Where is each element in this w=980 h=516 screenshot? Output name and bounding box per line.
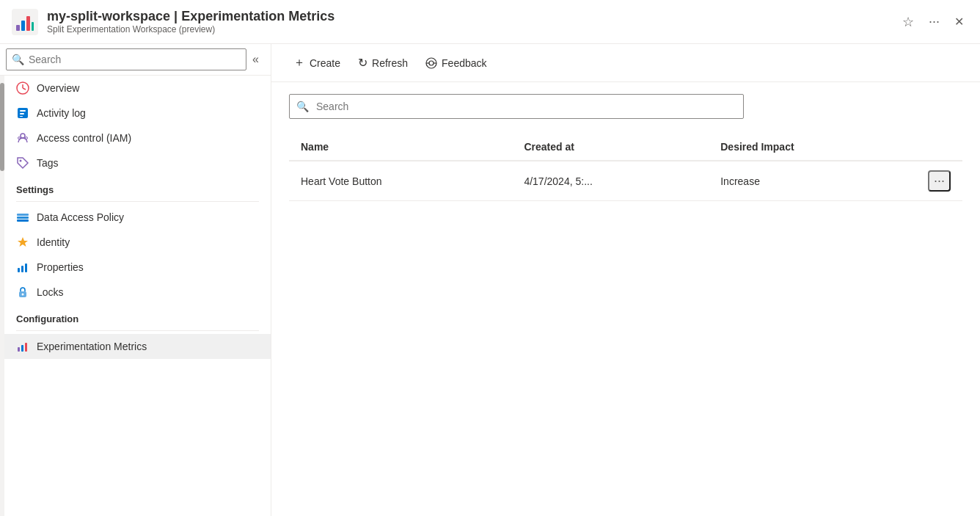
settings-divider	[16, 201, 259, 202]
close-button[interactable]: ✕	[950, 12, 968, 32]
cell-desired-impact: Increase	[709, 161, 916, 201]
sidebar: 🔍 « Ove	[0, 44, 271, 516]
feedback-button[interactable]: Feedback	[418, 52, 494, 74]
refresh-button[interactable]: ↻ Refresh	[351, 51, 415, 74]
title-separator: |	[174, 9, 181, 23]
dap-label: Data Access Policy	[37, 211, 124, 223]
sidebar-nav: Overview Activity log	[4, 76, 271, 516]
refresh-label: Refresh	[372, 57, 408, 69]
sidebar-item-iam[interactable]: Access control (IAM)	[4, 126, 271, 150]
svg-rect-10	[20, 113, 24, 115]
config-divider	[16, 330, 259, 331]
row-more-button[interactable]: ···	[928, 170, 951, 192]
content-area: ＋ Create ↻ Refresh Feedback	[271, 44, 980, 516]
main-layout: 🔍 « Ove	[0, 44, 980, 516]
table-row: Heart Vote Button 4/17/2024, 5:... Incre…	[289, 161, 962, 201]
svg-rect-24	[18, 347, 20, 352]
svg-rect-11	[20, 116, 23, 117]
sidebar-header: 🔍 «	[0, 44, 271, 76]
properties-icon	[16, 261, 29, 274]
col-header-desired-impact: Desired Impact	[709, 134, 916, 161]
svg-rect-20	[21, 266, 23, 272]
workspace-name: my-split-workspace	[47, 9, 170, 23]
feedback-icon	[425, 57, 437, 70]
dap-icon	[16, 211, 29, 224]
col-header-actions	[916, 134, 962, 161]
col-header-name: Name	[289, 134, 512, 161]
svg-rect-26	[25, 343, 27, 352]
col-header-created-at: Created at	[512, 134, 709, 161]
title-bar-main: my-split-workspace | Experimentation Met…	[47, 9, 889, 24]
page-name: Experimentation Metrics	[181, 9, 334, 23]
sidebar-item-activity-log[interactable]: Activity log	[4, 101, 271, 126]
svg-point-14	[18, 137, 21, 139]
sidebar-item-overview[interactable]: Overview	[4, 76, 271, 101]
create-button[interactable]: ＋ Create	[286, 51, 348, 75]
create-icon: ＋	[293, 55, 305, 70]
sidebar-item-identity[interactable]: Identity	[4, 230, 271, 255]
svg-rect-16	[17, 214, 29, 216]
tags-label: Tags	[37, 157, 59, 169]
activity-log-label: Activity log	[37, 107, 86, 119]
activity-icon	[16, 106, 29, 120]
exp-metrics-icon	[16, 340, 29, 353]
overview-label: Overview	[37, 82, 79, 94]
more-actions-button[interactable]: ···	[924, 11, 944, 32]
locks-label: Locks	[37, 286, 64, 298]
metrics-table: Name Created at Desired Impact Heart Vot…	[289, 134, 962, 201]
content-toolbar: ＋ Create ↻ Refresh Feedback	[271, 44, 980, 82]
svg-rect-21	[25, 264, 27, 272]
sidebar-search-input[interactable]	[6, 48, 246, 70]
svg-point-13	[26, 137, 28, 139]
title-bar-text: my-split-workspace | Experimentation Met…	[47, 9, 889, 34]
svg-point-23	[22, 294, 24, 296]
svg-rect-19	[18, 268, 20, 272]
sidebar-item-locks[interactable]: Locks	[4, 280, 271, 305]
cell-created-at: 4/17/2024, 5:...	[512, 161, 709, 201]
create-label: Create	[310, 57, 340, 69]
cell-row-actions: ···	[916, 161, 962, 201]
identity-icon	[16, 236, 29, 249]
svg-line-7	[23, 88, 26, 90]
title-bar: my-split-workspace | Experimentation Met…	[0, 0, 980, 44]
app-logo	[12, 9, 38, 35]
overview-icon	[16, 81, 29, 95]
settings-section-header: Settings	[4, 175, 271, 198]
svg-point-28	[429, 61, 434, 65]
content-search-input[interactable]	[289, 94, 744, 119]
content-body: 🔍 Name Created at Desired Impact Heart V…	[271, 82, 980, 516]
tags-icon	[16, 156, 29, 170]
properties-label: Properties	[37, 261, 84, 273]
iam-icon	[16, 131, 29, 145]
svg-rect-1	[16, 25, 20, 31]
svg-rect-18	[17, 219, 29, 222]
title-bar-actions: ☆ ··· ✕	[898, 11, 968, 33]
svg-rect-9	[20, 110, 26, 112]
sidebar-item-data-access-policy[interactable]: Data Access Policy	[4, 205, 271, 230]
refresh-icon: ↻	[358, 56, 368, 70]
identity-label: Identity	[37, 236, 70, 248]
cell-name: Heart Vote Button	[289, 161, 512, 201]
sidebar-collapse-button[interactable]: «	[246, 50, 265, 69]
iam-label: Access control (IAM)	[37, 132, 131, 144]
svg-point-15	[20, 160, 22, 162]
sidebar-item-exp-metrics[interactable]: Experimentation Metrics	[4, 334, 271, 359]
sidebar-item-properties[interactable]: Properties	[4, 255, 271, 280]
table-header-row: Name Created at Desired Impact	[289, 134, 962, 161]
svg-point-12	[21, 134, 25, 138]
svg-rect-25	[21, 345, 23, 352]
exp-metrics-label: Experimentation Metrics	[37, 341, 147, 352]
locks-icon	[16, 286, 29, 299]
sidebar-scrollbar[interactable]	[0, 76, 4, 516]
svg-rect-2	[21, 21, 25, 31]
sidebar-item-tags[interactable]: Tags	[4, 150, 271, 175]
scrollbar-thumb	[0, 83, 4, 171]
feedback-label: Feedback	[442, 57, 486, 69]
configuration-section-header: Configuration	[4, 305, 271, 327]
svg-rect-17	[17, 217, 29, 219]
svg-rect-4	[32, 22, 34, 31]
favorite-button[interactable]: ☆	[898, 11, 918, 33]
subtitle: Split Experimentation Workspace (preview…	[47, 24, 889, 34]
content-search-wrap: 🔍	[289, 94, 962, 119]
svg-rect-3	[26, 16, 30, 31]
